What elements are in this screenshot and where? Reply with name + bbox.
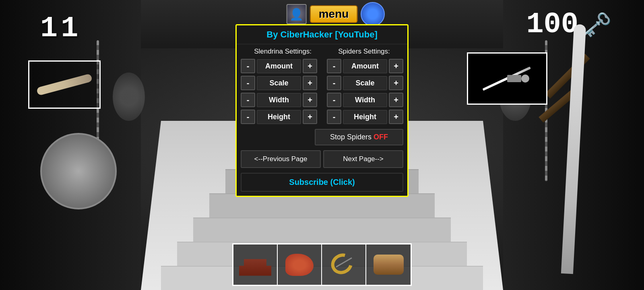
spiders-height-plus[interactable]: + — [389, 110, 403, 124]
spiders-amount-minus[interactable]: - — [327, 59, 341, 73]
settings-row-amount: - Amount + - Amount + — [241, 59, 403, 73]
inventory-slot-4 — [366, 244, 411, 285]
score-display: 11 — [40, 12, 81, 45]
slendrina-scale-minus[interactable]: - — [241, 76, 255, 90]
menu-button[interactable]: 👤 menu — [287, 4, 358, 24]
stop-spiders-state: OFF — [374, 133, 388, 141]
settings-row-scale: - Scale + - Scale + — [241, 76, 403, 90]
wall-decoration-left — [113, 72, 145, 121]
meat-item — [285, 254, 314, 276]
spiders-height-minus[interactable]: - — [327, 110, 341, 124]
item-box-left — [28, 60, 101, 109]
subscribe-button[interactable]: Subscribe (Click) — [241, 173, 403, 192]
stop-spiders-row: Stop Spiders OFF — [237, 126, 407, 148]
slendrina-amount-minus[interactable]: - — [241, 59, 255, 73]
slendrina-amount-plus[interactable]: + — [303, 59, 317, 73]
panel-title: By CiberHacker [YouTube] — [237, 25, 407, 44]
inventory-slot-3 — [322, 244, 366, 285]
next-page-button[interactable]: Next Page--> — [323, 150, 403, 168]
slendrina-amount-label: Amount — [257, 59, 301, 73]
subscribe-row: Subscribe (Click) — [237, 170, 407, 196]
spiders-amount-label: Amount — [343, 59, 387, 73]
spiders-scale-plus[interactable]: + — [389, 76, 403, 90]
key-display: 100 🗝️ — [526, 8, 612, 41]
stop-spiders-label: Stop Spiders — [330, 133, 374, 141]
sword-display-box — [467, 52, 547, 105]
stop-spiders-button[interactable]: Stop Spiders OFF — [315, 129, 403, 145]
slendrina-scale-plus[interactable]: + — [303, 76, 317, 90]
blue-character — [361, 2, 385, 26]
settings-panel: By CiberHacker [YouTube] Slendrina Setti… — [235, 24, 409, 197]
bow-item — [331, 254, 357, 276]
spiders-width-label: Width — [343, 93, 387, 107]
slendrina-height-plus[interactable]: + — [303, 110, 317, 124]
plate-circle — [40, 133, 117, 209]
score-value: 11 — [40, 12, 81, 45]
log-item — [374, 255, 404, 275]
slendrina-height-minus[interactable]: - — [241, 110, 255, 124]
spiders-height-label: Height — [343, 110, 387, 124]
navigation-row: <--Previous Page Next Page--> — [237, 148, 407, 170]
stick-item — [36, 73, 93, 96]
inventory-slot-1 — [233, 244, 278, 285]
settings-row-width: - Width + - Width + — [241, 93, 403, 107]
settings-row-height: - Height + - Height + — [241, 110, 403, 124]
spiders-width-minus[interactable]: - — [327, 93, 341, 107]
slendrina-width-label: Width — [257, 93, 301, 107]
menu-avatar: 👤 — [287, 4, 307, 24]
key-count: 100 — [526, 8, 578, 41]
inventory-bar — [232, 243, 412, 286]
spiders-width-plus[interactable]: + — [389, 93, 403, 107]
prev-page-button[interactable]: <--Previous Page — [241, 150, 321, 168]
slendrina-settings-label: Slendrina Settings: — [254, 48, 312, 56]
settings-grid: - Amount + - Amount + - Scale + - Scale … — [237, 59, 407, 124]
inventory-slot-2 — [278, 244, 322, 285]
slendrina-height-label: Height — [257, 110, 301, 124]
key-icon: 🗝️ — [582, 10, 612, 39]
spiders-amount-plus[interactable]: + — [389, 59, 403, 73]
spiders-settings-label: Spiders Settings: — [338, 48, 390, 56]
panel-headers: Slendrina Settings: Spiders Settings: — [237, 44, 407, 59]
menu-label[interactable]: menu — [310, 5, 358, 23]
spiders-scale-label: Scale — [343, 76, 387, 90]
slendrina-width-plus[interactable]: + — [303, 93, 317, 107]
anvil-item — [239, 254, 271, 276]
spiders-scale-minus[interactable]: - — [327, 76, 341, 90]
slendrina-scale-label: Scale — [257, 76, 301, 90]
slendrina-width-minus[interactable]: - — [241, 93, 255, 107]
